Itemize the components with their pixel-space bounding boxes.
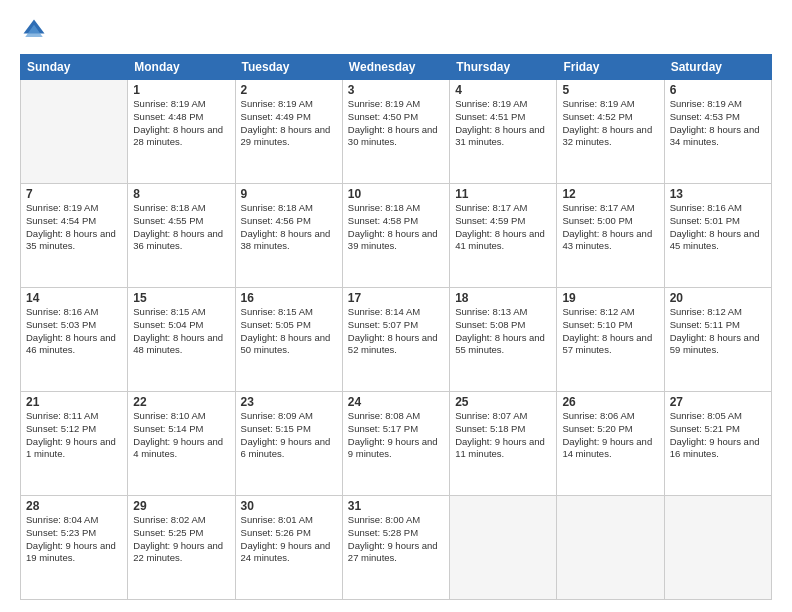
day-number: 25	[455, 395, 551, 409]
calendar-cell: 2Sunrise: 8:19 AMSunset: 4:49 PMDaylight…	[235, 80, 342, 184]
day-number: 9	[241, 187, 337, 201]
calendar-cell: 12Sunrise: 8:17 AMSunset: 5:00 PMDayligh…	[557, 184, 664, 288]
calendar-cell: 16Sunrise: 8:15 AMSunset: 5:05 PMDayligh…	[235, 288, 342, 392]
week-row-5: 28Sunrise: 8:04 AMSunset: 5:23 PMDayligh…	[21, 496, 772, 600]
day-number: 15	[133, 291, 229, 305]
week-row-2: 7Sunrise: 8:19 AMSunset: 4:54 PMDaylight…	[21, 184, 772, 288]
day-info: Sunrise: 8:18 AMSunset: 4:56 PMDaylight:…	[241, 202, 337, 253]
calendar-cell	[557, 496, 664, 600]
day-info: Sunrise: 8:16 AMSunset: 5:01 PMDaylight:…	[670, 202, 766, 253]
calendar-cell: 8Sunrise: 8:18 AMSunset: 4:55 PMDaylight…	[128, 184, 235, 288]
weekday-header-row: SundayMondayTuesdayWednesdayThursdayFrid…	[21, 55, 772, 80]
day-info: Sunrise: 8:14 AMSunset: 5:07 PMDaylight:…	[348, 306, 444, 357]
day-info: Sunrise: 8:13 AMSunset: 5:08 PMDaylight:…	[455, 306, 551, 357]
calendar-cell: 24Sunrise: 8:08 AMSunset: 5:17 PMDayligh…	[342, 392, 449, 496]
calendar-cell: 25Sunrise: 8:07 AMSunset: 5:18 PMDayligh…	[450, 392, 557, 496]
calendar-cell: 20Sunrise: 8:12 AMSunset: 5:11 PMDayligh…	[664, 288, 771, 392]
calendar-cell: 23Sunrise: 8:09 AMSunset: 5:15 PMDayligh…	[235, 392, 342, 496]
calendar-cell: 27Sunrise: 8:05 AMSunset: 5:21 PMDayligh…	[664, 392, 771, 496]
day-number: 4	[455, 83, 551, 97]
day-info: Sunrise: 8:19 AMSunset: 4:50 PMDaylight:…	[348, 98, 444, 149]
weekday-header-friday: Friday	[557, 55, 664, 80]
weekday-header-thursday: Thursday	[450, 55, 557, 80]
day-info: Sunrise: 8:01 AMSunset: 5:26 PMDaylight:…	[241, 514, 337, 565]
calendar-cell: 17Sunrise: 8:14 AMSunset: 5:07 PMDayligh…	[342, 288, 449, 392]
day-info: Sunrise: 8:18 AMSunset: 4:55 PMDaylight:…	[133, 202, 229, 253]
day-number: 13	[670, 187, 766, 201]
day-number: 20	[670, 291, 766, 305]
calendar-cell: 9Sunrise: 8:18 AMSunset: 4:56 PMDaylight…	[235, 184, 342, 288]
day-info: Sunrise: 8:05 AMSunset: 5:21 PMDaylight:…	[670, 410, 766, 461]
day-number: 19	[562, 291, 658, 305]
day-info: Sunrise: 8:18 AMSunset: 4:58 PMDaylight:…	[348, 202, 444, 253]
day-number: 10	[348, 187, 444, 201]
day-number: 16	[241, 291, 337, 305]
day-info: Sunrise: 8:11 AMSunset: 5:12 PMDaylight:…	[26, 410, 122, 461]
day-number: 14	[26, 291, 122, 305]
day-info: Sunrise: 8:10 AMSunset: 5:14 PMDaylight:…	[133, 410, 229, 461]
day-number: 29	[133, 499, 229, 513]
calendar-cell: 19Sunrise: 8:12 AMSunset: 5:10 PMDayligh…	[557, 288, 664, 392]
day-number: 7	[26, 187, 122, 201]
day-number: 21	[26, 395, 122, 409]
day-number: 23	[241, 395, 337, 409]
day-info: Sunrise: 8:09 AMSunset: 5:15 PMDaylight:…	[241, 410, 337, 461]
calendar-cell	[450, 496, 557, 600]
day-info: Sunrise: 8:07 AMSunset: 5:18 PMDaylight:…	[455, 410, 551, 461]
calendar-cell: 4Sunrise: 8:19 AMSunset: 4:51 PMDaylight…	[450, 80, 557, 184]
day-info: Sunrise: 8:15 AMSunset: 5:04 PMDaylight:…	[133, 306, 229, 357]
calendar-cell: 13Sunrise: 8:16 AMSunset: 5:01 PMDayligh…	[664, 184, 771, 288]
weekday-header-tuesday: Tuesday	[235, 55, 342, 80]
calendar-cell: 7Sunrise: 8:19 AMSunset: 4:54 PMDaylight…	[21, 184, 128, 288]
day-info: Sunrise: 8:19 AMSunset: 4:51 PMDaylight:…	[455, 98, 551, 149]
day-number: 17	[348, 291, 444, 305]
day-number: 1	[133, 83, 229, 97]
logo	[20, 16, 52, 44]
day-number: 18	[455, 291, 551, 305]
day-info: Sunrise: 8:19 AMSunset: 4:52 PMDaylight:…	[562, 98, 658, 149]
calendar-cell: 22Sunrise: 8:10 AMSunset: 5:14 PMDayligh…	[128, 392, 235, 496]
weekday-header-monday: Monday	[128, 55, 235, 80]
day-number: 31	[348, 499, 444, 513]
day-number: 30	[241, 499, 337, 513]
day-number: 11	[455, 187, 551, 201]
weekday-header-sunday: Sunday	[21, 55, 128, 80]
week-row-1: 1Sunrise: 8:19 AMSunset: 4:48 PMDaylight…	[21, 80, 772, 184]
day-number: 12	[562, 187, 658, 201]
header	[20, 16, 772, 44]
calendar-cell: 30Sunrise: 8:01 AMSunset: 5:26 PMDayligh…	[235, 496, 342, 600]
calendar-cell: 3Sunrise: 8:19 AMSunset: 4:50 PMDaylight…	[342, 80, 449, 184]
day-info: Sunrise: 8:00 AMSunset: 5:28 PMDaylight:…	[348, 514, 444, 565]
day-info: Sunrise: 8:19 AMSunset: 4:49 PMDaylight:…	[241, 98, 337, 149]
weekday-header-saturday: Saturday	[664, 55, 771, 80]
day-info: Sunrise: 8:19 AMSunset: 4:48 PMDaylight:…	[133, 98, 229, 149]
day-info: Sunrise: 8:12 AMSunset: 5:10 PMDaylight:…	[562, 306, 658, 357]
calendar-cell: 11Sunrise: 8:17 AMSunset: 4:59 PMDayligh…	[450, 184, 557, 288]
calendar-cell: 5Sunrise: 8:19 AMSunset: 4:52 PMDaylight…	[557, 80, 664, 184]
day-info: Sunrise: 8:04 AMSunset: 5:23 PMDaylight:…	[26, 514, 122, 565]
calendar-cell	[664, 496, 771, 600]
day-number: 22	[133, 395, 229, 409]
calendar-cell: 21Sunrise: 8:11 AMSunset: 5:12 PMDayligh…	[21, 392, 128, 496]
calendar-cell: 6Sunrise: 8:19 AMSunset: 4:53 PMDaylight…	[664, 80, 771, 184]
day-number: 5	[562, 83, 658, 97]
weekday-header-wednesday: Wednesday	[342, 55, 449, 80]
day-number: 3	[348, 83, 444, 97]
day-info: Sunrise: 8:19 AMSunset: 4:54 PMDaylight:…	[26, 202, 122, 253]
calendar-cell: 15Sunrise: 8:15 AMSunset: 5:04 PMDayligh…	[128, 288, 235, 392]
day-number: 28	[26, 499, 122, 513]
calendar-cell: 10Sunrise: 8:18 AMSunset: 4:58 PMDayligh…	[342, 184, 449, 288]
day-info: Sunrise: 8:17 AMSunset: 5:00 PMDaylight:…	[562, 202, 658, 253]
day-number: 2	[241, 83, 337, 97]
day-info: Sunrise: 8:19 AMSunset: 4:53 PMDaylight:…	[670, 98, 766, 149]
day-info: Sunrise: 8:16 AMSunset: 5:03 PMDaylight:…	[26, 306, 122, 357]
day-info: Sunrise: 8:06 AMSunset: 5:20 PMDaylight:…	[562, 410, 658, 461]
day-number: 8	[133, 187, 229, 201]
calendar-cell	[21, 80, 128, 184]
day-info: Sunrise: 8:08 AMSunset: 5:17 PMDaylight:…	[348, 410, 444, 461]
calendar: SundayMondayTuesdayWednesdayThursdayFrid…	[20, 54, 772, 600]
calendar-cell: 14Sunrise: 8:16 AMSunset: 5:03 PMDayligh…	[21, 288, 128, 392]
day-info: Sunrise: 8:17 AMSunset: 4:59 PMDaylight:…	[455, 202, 551, 253]
day-number: 26	[562, 395, 658, 409]
day-number: 24	[348, 395, 444, 409]
